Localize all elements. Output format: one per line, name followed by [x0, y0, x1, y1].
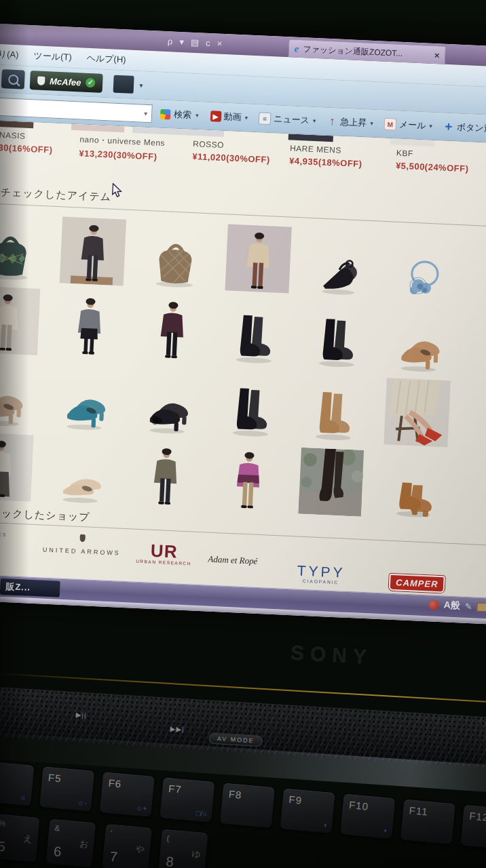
toolbar-button-ニュース[interactable]: ≡ニュース▾	[259, 112, 316, 127]
product-brand: ROSSO	[193, 139, 300, 153]
shop-name: WORKS	[0, 531, 7, 537]
recommend-product[interactable]: KBF¥5,500(24%OFF)	[396, 149, 486, 176]
product-thumb[interactable]	[137, 292, 208, 365]
product-thumb[interactable]	[296, 446, 367, 519]
menu-item-1[interactable]: ツール(T)	[33, 50, 72, 64]
shop-logo-camper[interactable]: CAMPER	[389, 576, 445, 591]
ime-tray[interactable]: A般 ✎	[428, 598, 486, 613]
product-image	[132, 440, 199, 509]
chevron-down-icon: ▾	[144, 109, 148, 117]
key-F10: F10◖	[339, 793, 396, 840]
product-image	[53, 363, 119, 432]
key-partial: ☼	[0, 760, 35, 807]
product-thumb[interactable]	[223, 222, 294, 295]
product-thumb[interactable]	[219, 295, 291, 368]
product-thumb[interactable]	[0, 284, 42, 357]
news-icon: ≡	[259, 112, 272, 125]
pencil-icon[interactable]: ✎	[465, 601, 473, 611]
toolbar-extra-button[interactable]	[113, 75, 134, 94]
crest-icon	[79, 534, 85, 542]
mcafee-button[interactable]: McAfee ✓	[30, 71, 103, 93]
pages-icon[interactable]: ▤	[191, 37, 200, 49]
menu-item-0[interactable]: 入り(A)	[0, 47, 19, 61]
menu-item-2[interactable]: ヘルプ(H)	[86, 52, 126, 66]
product-thumb[interactable]	[217, 368, 288, 441]
product-image-bottom	[390, 138, 434, 146]
google-search-button[interactable]: 検索 ▾	[160, 108, 199, 122]
product-thumb[interactable]	[58, 214, 129, 288]
product-image	[143, 220, 209, 290]
shop-name: TYPY	[297, 563, 345, 580]
toolbar-button-急上昇[interactable]: ↑急上昇▾	[326, 115, 373, 130]
checked-items-grid	[0, 211, 460, 523]
key-F7: F7□/○	[159, 776, 215, 823]
product-image-bottom	[0, 121, 33, 129]
product-thumb[interactable]	[381, 376, 453, 449]
search-icon[interactable]: ρ	[168, 35, 173, 47]
refresh-icon[interactable]: c	[206, 37, 210, 49]
product-thumb[interactable]	[48, 434, 119, 507]
toolbar-button-動画[interactable]: ▶動画▾	[210, 110, 248, 124]
toolbar-button-メール[interactable]: Mメール▾	[384, 118, 432, 132]
shop-logo-typy[interactable]: TYPYCIAOPANIC	[297, 565, 345, 585]
key-F8: F8	[219, 782, 276, 829]
recommend-product[interactable]: nano・universe Mens¥13,230(30%OFF)	[79, 134, 187, 163]
youtube-icon: ▶	[210, 111, 221, 122]
shop-logo-united-arrows[interactable]: UNITED ARROWS	[43, 533, 122, 558]
product-thumb[interactable]	[0, 357, 39, 430]
shield-icon	[37, 76, 45, 85]
chevron-down-icon: ▾	[429, 123, 432, 130]
product-image	[139, 294, 206, 363]
shop-logo-ur[interactable]: URURBAN RESEARCH	[136, 542, 192, 566]
product-thumb[interactable]	[54, 288, 126, 361]
product-thumb[interactable]	[385, 302, 456, 376]
ime-icon[interactable]	[428, 599, 439, 610]
toolbar-button-ボタン追加[interactable]: +ボタン追加▾	[443, 121, 486, 136]
ime-mode-label[interactable]: A般	[443, 599, 460, 612]
stop-icon[interactable]: ×	[217, 37, 222, 49]
mouse-cursor	[111, 183, 122, 201]
chevron-down-icon: ▾	[195, 112, 199, 119]
product-thumb[interactable]	[130, 437, 202, 511]
product-thumb[interactable]	[51, 361, 122, 434]
product-image	[136, 367, 202, 436]
recommend-product[interactable]: ROSSO¥11,020(30%OFF)	[192, 139, 300, 166]
product-image	[387, 304, 453, 374]
chevron-down-icon[interactable]: ▾	[139, 81, 143, 89]
photo-of-laptop: ρ▾▤c× e ファッション通販ZOZOT... × e 入り(A)ツール(T)…	[0, 0, 486, 868]
next-track-icon: ▶▶|	[170, 725, 185, 733]
product-thumb[interactable]	[305, 226, 377, 299]
product-thumb[interactable]	[388, 229, 460, 302]
shop-logo-adam-et-rop-[interactable]: Adam et Ropé	[208, 553, 258, 567]
product-thumb[interactable]	[302, 299, 373, 372]
product-thumb[interactable]	[213, 441, 284, 515]
dropdown-icon[interactable]: ▾	[179, 36, 184, 47]
toolbar-button-label: ボタン追加	[457, 121, 486, 136]
toolbar-button-label: メール	[398, 119, 426, 132]
search-button[interactable]	[1, 69, 25, 90]
product-thumb[interactable]	[134, 365, 205, 438]
taskbar-window-button[interactable]: 販Z...	[0, 578, 60, 597]
product-image	[225, 224, 291, 293]
product-thumb[interactable]	[0, 430, 36, 503]
product-thumb[interactable]	[140, 218, 211, 292]
toolbar-button-label: 動画	[223, 111, 242, 123]
tab-close-icon[interactable]: ×	[434, 50, 440, 60]
product-thumb[interactable]	[299, 372, 370, 446]
product-image	[50, 436, 116, 505]
shop-logo-works[interactable]: WORKS	[0, 526, 7, 540]
toolbox-icon[interactable]	[476, 602, 486, 612]
product-image	[307, 228, 374, 297]
search-input[interactable]: ▾	[0, 96, 153, 122]
product-image	[0, 213, 43, 282]
product-thumb[interactable]	[0, 211, 45, 284]
product-image	[390, 232, 457, 301]
tab-title: ファッション通販ZOZOT...	[303, 43, 430, 60]
product-image	[381, 451, 447, 520]
recommend-product[interactable]: HARE MENS¥4,935(18%OFF)	[289, 143, 397, 170]
play-pause-icon: ▶||	[75, 711, 87, 719]
product-image	[0, 286, 40, 355]
section-title-checked-shops: チェックしたショップ	[0, 506, 90, 524]
product-image	[384, 378, 450, 447]
product-thumb[interactable]	[378, 449, 449, 522]
